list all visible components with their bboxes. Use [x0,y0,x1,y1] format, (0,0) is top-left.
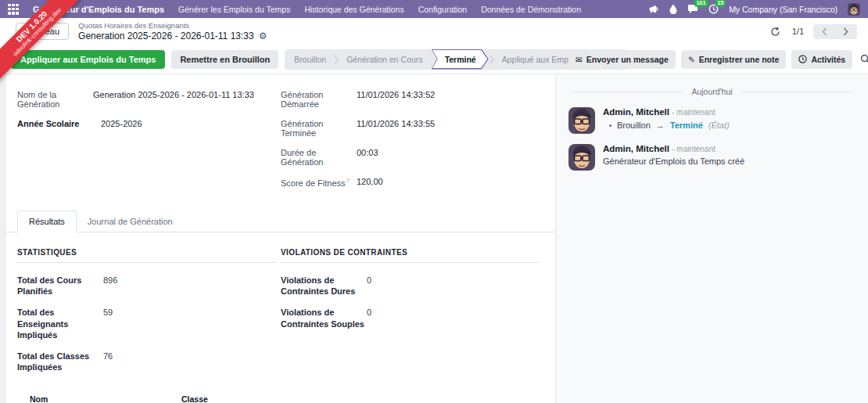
menu-configuration[interactable]: Configuration [418,5,467,14]
droplet-icon[interactable] [669,4,677,14]
status-step-generation-en-cours[interactable]: Génération en Cours [339,55,430,64]
arrow-right-icon: → [656,121,665,130]
stat-label: Total des Classes Impliquées [17,351,103,373]
column-header-classe[interactable]: Classe [181,394,208,403]
note-pencil-icon: ✎ [688,55,695,64]
menu-historique[interactable]: Historique des Générations [304,5,404,14]
field-generation-started: Génération Démarrée 11/01/2026 14:33:52 [281,90,544,109]
activities-button[interactable]: Activités [791,50,852,69]
date-divider-label: Aujourd'hui [691,87,732,96]
tab-resultats[interactable]: Résultats [17,210,77,232]
field-label: Génération Démarrée [281,90,357,109]
message-header: Admin, Mitchell - maintenant [603,144,744,153]
app-name[interactable]: Générateur d'Emplois du Temps [33,5,164,14]
message-time: - maintenant [672,145,716,153]
stat-value: 59 [103,307,113,340]
refresh-icon[interactable] [770,27,780,37]
status-step-termine-active[interactable]: Terminé [432,49,489,70]
send-message-label: Envoyer un message [586,55,669,64]
violations-title: VIOLATIONS DE CONTRAINTES [281,248,540,263]
new-button[interactable]: Nouveau [16,23,69,40]
activities-badge: 15 [715,0,726,7]
field-column-right: Génération Démarrée 11/01/2026 14:33:52 … [281,90,544,198]
stat-value: 896 [103,275,117,297]
active-step-label: Terminé [432,49,489,70]
breadcrumb-parent[interactable]: Quotas Horaires des Enseignants [78,21,267,30]
new-value: Terminé [670,121,703,130]
reset-to-draft-button[interactable]: Remettre en Brouillon [171,50,278,69]
field-label: Nom de la Génération [17,90,93,109]
field-generation-name: Nom de la Génération Generation 2025-202… [17,90,281,109]
top-navbar: Générateur d'Emplois du Temps Générer le… [0,0,868,18]
megaphone-icon[interactable] [649,5,659,14]
violation-label: Violations de Contraintes Dures [281,275,367,297]
stat-label: Total des Enseignants Impliqués [17,307,103,340]
stat-row: Total des Cours Planifiés 896 [17,275,276,297]
message-header: Admin, Mitchell - maintenant [603,107,730,117]
field-label: Durée de Génération [281,148,357,167]
field-generation-finished: Génération Terminée 11/01/2026 14:33:55 [281,119,544,138]
tab-journal-generation[interactable]: Journal de Génération [77,211,184,232]
field-generation-duration: Durée de Génération 00:03 [281,148,544,167]
field-value[interactable]: 11/01/2026 14:33:55 [357,119,435,138]
field-value[interactable]: 120,00 [357,177,383,188]
stat-row: Total des Enseignants Impliqués 59 [17,307,276,340]
old-value: Brouillon [617,121,651,130]
chatter-message-tracking: Admin, Mitchell - maintenant Brouillon →… [569,107,855,134]
column-header-nom[interactable]: Nom [17,394,181,403]
field-value[interactable]: 11/01/2026 14:33:52 [357,90,435,109]
author-name[interactable]: Admin, Mitchell [603,107,669,117]
author-avatar[interactable] [569,107,595,134]
chatter-toolbar: ✉ Envoyer un message ✎ Enregistrer une n… [555,45,868,74]
breadcrumb: Quotas Horaires des Enseignants Generati… [78,21,267,41]
help-tooltip-icon[interactable]: ? [346,177,350,184]
apps-grid-icon[interactable] [8,4,19,15]
table-header-row: Nom Classe [17,390,544,403]
status-step-brouillon[interactable]: Brouillon [286,55,334,64]
lines-table: Nom Classe Ajouter une ligne [6,383,555,403]
company-switcher[interactable]: My Company (San Francisco) [729,5,838,14]
violation-row: Violations de Contraintes Dures 0 [281,275,540,297]
clock-icon [798,55,807,63]
field-value[interactable]: Generation 2025-2026 - 2026-01-11 13:33 [93,90,254,109]
control-panel-breadcrumb-row: Nouveau Quotas Horaires des Enseignants … [0,18,868,45]
log-note-button[interactable]: ✎ Enregistrer une note [681,50,787,69]
pager-next-icon[interactable] [843,27,848,36]
violation-value: 0 [367,307,371,329]
statistics-section: STATISTIQUES Total des Cours Planifiés 8… [17,248,276,383]
send-message-button[interactable]: ✉ Envoyer un message [569,50,676,69]
violation-row: Violations de Contraintes Souples 0 [281,307,540,329]
chatter-panel: Aujourd'hui Admin, Mitchell - maintenant… [555,74,868,403]
field-value[interactable]: 00:03 [357,148,378,167]
tracked-field-name: (État) [708,121,730,130]
notebook-tabs: Résultats Journal de Génération [6,210,555,232]
pager [813,24,857,39]
message-body: Générateur d'Emplois du Temps créé [603,157,744,166]
search-messages-icon[interactable] [860,54,868,64]
gear-icon[interactable]: ⚙ [259,31,267,41]
form-sheet: Nom de la Génération Generation 2025-202… [6,74,555,403]
log-note-label: Enregistrer une note [699,55,780,64]
chatter-message-creation: Admin, Mitchell - maintenant Générateur … [569,144,855,171]
apply-to-timetables-button[interactable]: Appliquer aux Emplois du Temps [11,50,165,69]
author-name[interactable]: Admin, Mitchell [603,144,669,153]
field-fitness-score: Score de Fitness? 120,00 [281,177,544,188]
menu-donnees-demo[interactable]: Données de Démonstration [481,5,581,14]
user-avatar[interactable] [848,3,860,16]
activities-clock-icon[interactable]: 15 [708,4,719,14]
left-gutter [0,74,6,403]
record-title: Generation 2025-2026 - 2026-01-11 13:33 [78,31,254,41]
pager-previous-icon[interactable] [822,27,827,36]
messages-badge: 101 [694,0,708,7]
author-avatar[interactable] [569,144,595,171]
stat-row: Total des Classes Impliquées 76 [17,351,276,373]
date-divider: Aujourd'hui [572,87,852,96]
violation-label: Violations de Contraintes Souples [281,307,367,329]
main-content: Nom de la Génération Generation 2025-202… [0,74,868,403]
messages-icon[interactable]: 101 [687,4,698,14]
field-value[interactable]: 2025-2026 [93,119,142,128]
menu-generer[interactable]: Générer les Emplois du Temps [178,5,290,14]
pager-area: 1/1 [768,24,857,39]
control-panel-action-row: Appliquer aux Emplois du Temps Remettre … [0,45,868,74]
pager-count: 1/1 [792,27,804,36]
